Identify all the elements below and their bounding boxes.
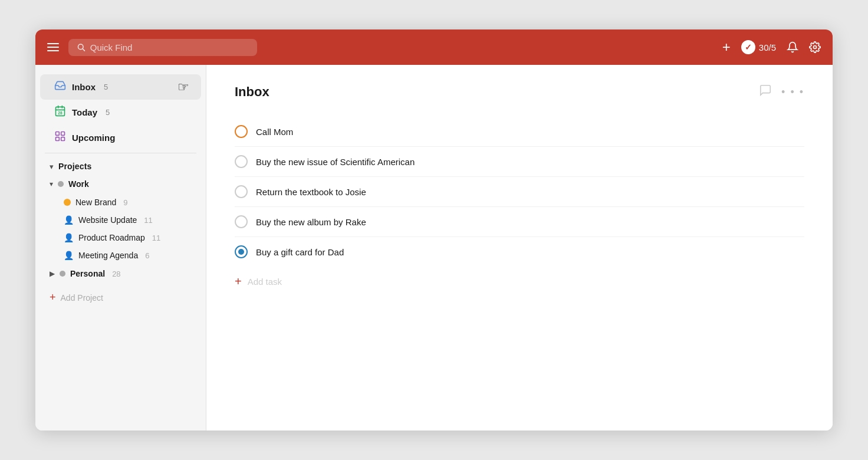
sidebar-item-inbox[interactable]: Inbox 5 ☞	[40, 74, 201, 100]
task-label-buy-scientific-american: Buy the new issue of Scientific American	[256, 157, 415, 167]
header-actions: + ✓ 30/5	[722, 39, 821, 55]
projects-header[interactable]: ▾ Projects	[35, 156, 206, 175]
meeting-agenda-person-icon: 👤	[64, 251, 74, 260]
app-window: + ✓ 30/5	[35, 29, 833, 431]
search-icon	[77, 42, 86, 52]
task-item-buy-gift-card[interactable]: Buy a gift card for Dad	[235, 237, 804, 267]
product-roadmap-label: Product Roadmap	[78, 233, 145, 242]
cursor-hand-icon: ☞	[177, 80, 189, 95]
website-update-count: 11	[144, 216, 152, 225]
task-label-buy-gift-card: Buy a gift card for Dad	[256, 247, 344, 257]
meeting-agenda-count: 6	[145, 251, 149, 260]
task-label-return-textbook: Return the textbook to Josie	[256, 187, 366, 197]
work-label: Work	[68, 179, 89, 189]
today-icon: 28	[54, 105, 66, 120]
karma-badge: ✓ 30/5	[741, 40, 776, 54]
upcoming-icon	[54, 130, 66, 145]
header: + ✓ 30/5	[35, 29, 833, 65]
task-circle-call-mom[interactable]	[235, 125, 248, 138]
ellipsis-icon: • • •	[781, 86, 804, 98]
task-circle-buy-gift-card[interactable]	[235, 245, 248, 258]
inbox-label: Inbox	[72, 82, 96, 92]
upcoming-label: Upcoming	[72, 133, 115, 143]
page-title: Inbox	[235, 84, 269, 100]
task-label-buy-album: Buy the new album by Rake	[256, 217, 366, 227]
main-header: Inbox • • •	[235, 84, 804, 100]
settings-button[interactable]	[809, 41, 821, 53]
inbox-count: 5	[104, 83, 108, 91]
today-count: 5	[106, 108, 110, 117]
sidebar: Inbox 5 ☞ 28 Today 5	[35, 65, 206, 431]
svg-line-1	[83, 49, 84, 51]
svg-rect-8	[56, 132, 60, 136]
task-list: Call Mom Buy the new issue of Scientific…	[235, 117, 804, 267]
sidebar-divider	[45, 153, 196, 153]
task-item-buy-album[interactable]: Buy the new album by Rake	[235, 207, 804, 237]
project-item-website-update[interactable]: 👤 Website Update 11	[40, 211, 201, 229]
work-chevron-icon: ▾	[50, 180, 53, 188]
work-group-header[interactable]: ▾ Work	[40, 175, 201, 193]
personal-chevron-icon: ▶	[50, 270, 55, 278]
projects-chevron-icon: ▾	[50, 162, 54, 171]
karma-value: 30/5	[759, 42, 776, 52]
karma-circle-icon: ✓	[741, 40, 755, 54]
add-project-button[interactable]: + Add Project	[35, 285, 206, 310]
svg-rect-9	[61, 132, 65, 136]
svg-rect-11	[61, 137, 65, 141]
sidebar-item-today[interactable]: 28 Today 5	[40, 100, 201, 125]
notifications-button[interactable]	[787, 41, 798, 53]
body: Inbox 5 ☞ 28 Today 5	[35, 65, 833, 431]
svg-rect-10	[56, 137, 60, 141]
search-input[interactable]	[90, 42, 249, 52]
today-label: Today	[72, 107, 97, 117]
svg-text:28: 28	[58, 111, 63, 115]
task-item-call-mom[interactable]: Call Mom	[235, 117, 804, 147]
project-group-work: ▾ Work New Brand 9 👤 Website Update 11	[35, 175, 206, 264]
personal-group-header[interactable]: ▶ Personal 28	[40, 264, 201, 283]
task-label-call-mom: Call Mom	[256, 127, 293, 137]
new-brand-dot-icon	[64, 199, 71, 206]
project-group-personal: ▶ Personal 28	[35, 264, 206, 283]
personal-dot-icon	[60, 271, 65, 277]
website-update-label: Website Update	[78, 215, 137, 225]
add-task-button[interactable]: + Add task	[235, 267, 804, 297]
add-project-label: Add Project	[61, 293, 103, 303]
projects-label: Projects	[58, 162, 91, 171]
product-roadmap-person-icon: 👤	[64, 233, 74, 242]
main-actions: • • •	[759, 84, 804, 100]
task-circle-buy-scientific-american[interactable]	[235, 155, 248, 168]
task-item-return-textbook[interactable]: Return the textbook to Josie	[235, 177, 804, 207]
task-circle-return-textbook[interactable]	[235, 185, 248, 198]
add-button[interactable]: +	[722, 39, 731, 55]
personal-count: 28	[112, 270, 120, 278]
sidebar-item-upcoming[interactable]: Upcoming	[40, 125, 201, 150]
main-content: Inbox • • • Call Mom	[206, 65, 833, 431]
search-bar[interactable]	[68, 39, 257, 56]
personal-label: Personal	[70, 269, 105, 278]
meeting-agenda-label: Meeting Agenda	[78, 251, 138, 260]
project-item-product-roadmap[interactable]: 👤 Product Roadmap 11	[40, 229, 201, 247]
gear-icon	[809, 41, 821, 53]
work-dot-icon	[58, 181, 64, 187]
new-brand-label: New Brand	[75, 198, 116, 207]
add-project-plus-icon: +	[50, 291, 56, 304]
product-roadmap-count: 11	[152, 234, 160, 242]
project-item-meeting-agenda[interactable]: 👤 Meeting Agenda 6	[40, 247, 201, 264]
comment-icon	[759, 84, 772, 97]
add-task-plus-icon: +	[235, 275, 242, 288]
website-update-person-icon: 👤	[64, 215, 74, 225]
new-brand-count: 9	[123, 198, 127, 207]
more-options-button[interactable]: • • •	[781, 86, 804, 98]
menu-icon[interactable]	[47, 43, 59, 51]
task-item-buy-scientific-american[interactable]: Buy the new issue of Scientific American	[235, 147, 804, 177]
inbox-icon	[54, 80, 66, 94]
add-task-label: Add task	[248, 277, 282, 287]
svg-point-2	[814, 46, 817, 49]
comment-button[interactable]	[759, 84, 772, 100]
task-circle-buy-album[interactable]	[235, 215, 248, 228]
project-item-new-brand[interactable]: New Brand 9	[40, 193, 201, 211]
bell-icon	[787, 41, 798, 53]
